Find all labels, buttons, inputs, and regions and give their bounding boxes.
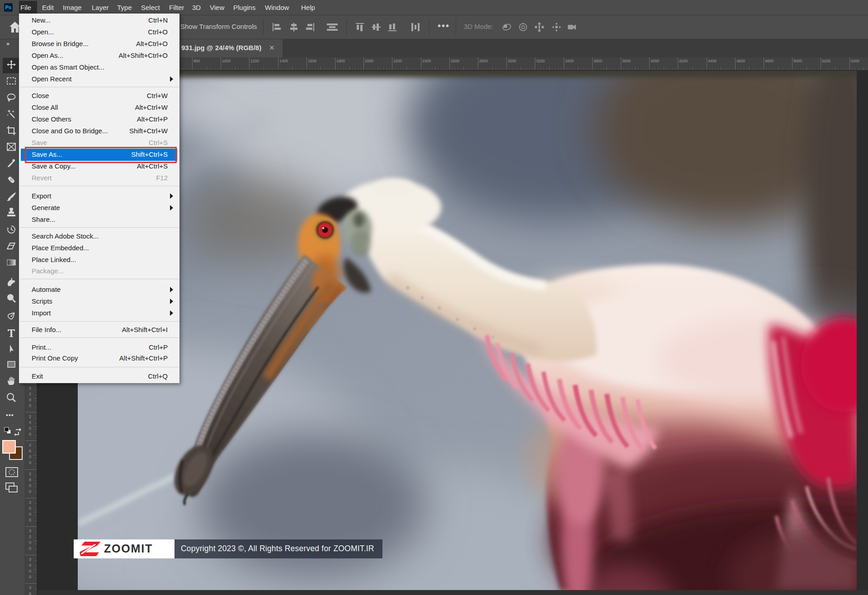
svg-text:ZOOMIT: ZOOMIT	[104, 542, 153, 555]
